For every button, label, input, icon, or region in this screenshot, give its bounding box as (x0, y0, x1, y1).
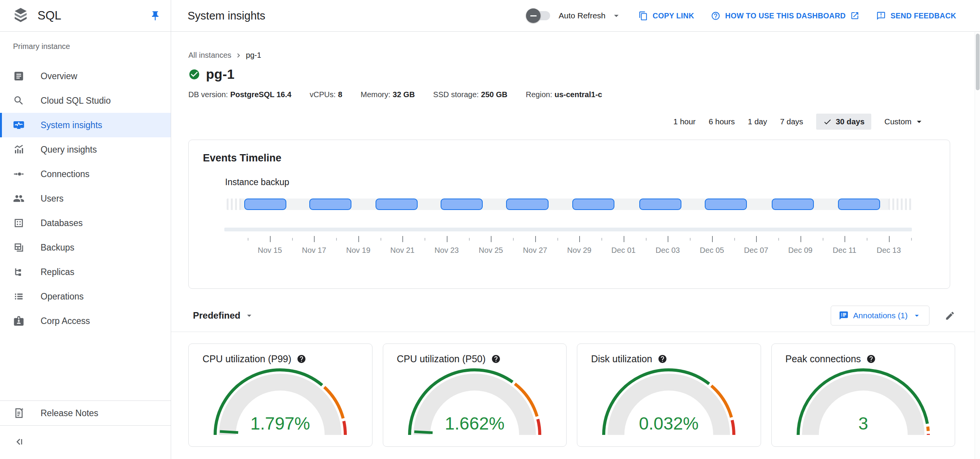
instance-detail: Region:us-central1-c (526, 90, 602, 99)
axis-tick (800, 236, 801, 242)
sidebar-item-users[interactable]: Users (0, 186, 171, 211)
operations-icon (13, 291, 24, 302)
sidebar-item-query-insights[interactable]: Query insights (0, 137, 171, 162)
collapse-sidebar-button[interactable] (0, 425, 171, 459)
time-range-option-6-hours[interactable]: 6 hours (709, 117, 735, 126)
backup-event-pill[interactable] (838, 199, 880, 210)
breadcrumb-all-instances[interactable]: All instances (188, 51, 231, 60)
sidebar-nav: OverviewCloud SQL StudioSystem insightsQ… (0, 64, 171, 333)
open-in-new-icon (850, 11, 859, 20)
sidebar-item-label: Backups (41, 243, 74, 253)
feedback-icon (876, 11, 886, 21)
backup-event-pill[interactable] (441, 199, 483, 210)
sidebar-item-release-notes[interactable]: Release Notes (0, 401, 171, 425)
gauge-title-row: Peak connections (772, 353, 955, 365)
axis-date-label: Nov 23 (434, 246, 459, 255)
events-series-label: Instance backup (225, 177, 950, 187)
detail-value: us-central1-c (554, 90, 602, 99)
help-icon[interactable] (491, 354, 501, 364)
time-range-option-30-days[interactable]: 30 days (816, 114, 871, 130)
axis-tick (867, 238, 867, 241)
backup-event-pill[interactable] (639, 199, 681, 210)
sidebar-header: SQL (0, 0, 171, 32)
events-timeline-title: Events Timeline (203, 151, 950, 164)
sidebar-item-corp-access[interactable]: Corp Access (0, 309, 171, 333)
instance-detail: vCPUs:8 (310, 90, 342, 99)
sidebar-item-databases[interactable]: Databases (0, 211, 171, 235)
timeline-range-bar[interactable] (224, 228, 912, 231)
help-icon[interactable] (658, 354, 667, 364)
sidebar-item-overview[interactable]: Overview (0, 64, 171, 88)
detail-value: PostgreSQL 16.4 (230, 90, 291, 99)
predefined-dropdown[interactable]: Predefined (193, 310, 254, 321)
gauge-title: CPU utilization (P50) (397, 353, 486, 365)
axis-date-label: Dec 01 (611, 246, 635, 255)
cloud-sql-logo-icon (12, 7, 29, 25)
gauge-value: 1.662% (445, 413, 505, 433)
annotations-icon (839, 311, 849, 321)
send-feedback-button[interactable]: SEND FEEDBACK (876, 11, 956, 21)
toggle-knob-icon (526, 8, 541, 23)
backup-event-pill[interactable] (309, 199, 351, 210)
gauge-chart: 0.032% (601, 367, 737, 438)
gauge-title-row: CPU utilization (P99) (189, 353, 372, 365)
annotations-button[interactable]: Annotations (1) (831, 306, 929, 326)
monitor-icon (13, 119, 24, 131)
help-icon[interactable] (297, 354, 306, 364)
backup-event-pill[interactable] (506, 199, 549, 210)
backup-event-pill[interactable] (376, 199, 418, 210)
axis-tick (756, 236, 757, 242)
axis-tick (513, 238, 514, 241)
backup-event-pill[interactable] (244, 199, 286, 210)
sidebar-item-operations[interactable]: Operations (0, 284, 171, 309)
backup-event-pill[interactable] (705, 199, 747, 210)
breadcrumb-current: pg-1 (246, 51, 261, 60)
sidebar-item-system-insights[interactable]: System insights (0, 113, 171, 137)
backup-event-pill[interactable] (572, 199, 614, 210)
axis-tick (491, 236, 492, 242)
axis-tick (381, 238, 381, 241)
detail-label: DB version: (188, 90, 228, 99)
axis-date-label: Dec 13 (877, 246, 901, 255)
sidebar: SQL Primary instance OverviewCloud SQL S… (0, 0, 171, 459)
instance-detail: DB version:PostgreSQL 16.4 (188, 90, 291, 99)
axis-tick (402, 236, 403, 242)
gauge-title: Disk utilization (591, 353, 652, 365)
sidebar-item-label: Cloud SQL Studio (41, 96, 111, 106)
sidebar-item-label: System insights (41, 120, 102, 130)
sidebar-item-cloud-sql-studio[interactable]: Cloud SQL Studio (0, 88, 171, 113)
backup-event-pill[interactable] (772, 199, 814, 210)
scrollbar-thumb[interactable] (976, 34, 980, 90)
axis-date-label: Nov 25 (479, 246, 503, 255)
chevron-right-icon (234, 51, 243, 60)
time-range-option-7-days[interactable]: 7 days (780, 117, 803, 126)
auto-refresh-toggle[interactable] (528, 11, 550, 20)
how-to-use-dashboard-button[interactable]: HOW TO USE THIS DASHBOARD (711, 11, 859, 21)
help-icon[interactable] (866, 354, 876, 364)
no-data-hatch-left (227, 199, 243, 210)
chevron-down-icon (611, 10, 622, 21)
sidebar-item-backups[interactable]: Backups (0, 235, 171, 260)
pin-icon[interactable] (149, 9, 162, 22)
sidebar-item-label: Replicas (41, 267, 74, 277)
auto-refresh-control[interactable]: Auto Refresh (528, 10, 622, 21)
axis-date-label: Nov 29 (567, 246, 591, 255)
timeline-axis-ticks (227, 235, 912, 243)
predefined-label: Predefined (193, 310, 240, 321)
time-range-option-custom[interactable]: Custom (884, 116, 924, 127)
edit-dashboard-button[interactable] (945, 311, 955, 321)
sidebar-item-connections[interactable]: Connections (0, 162, 171, 186)
time-range-option-1-hour[interactable]: 1 hour (673, 117, 696, 126)
detail-label: SSD storage: (433, 90, 479, 99)
gauge-cards-row: CPU utilization (P99)1.797%CPU utilizati… (188, 343, 955, 447)
sidebar-item-label: Connections (41, 169, 90, 179)
check-icon (823, 117, 832, 126)
gauge-title-row: Disk utilization (577, 353, 761, 365)
sidebar-item-label: Corp Access (41, 316, 90, 326)
time-range-option-1-day[interactable]: 1 day (748, 117, 767, 126)
page-scrollbar[interactable] (975, 32, 980, 459)
sidebar-item-label: Databases (41, 218, 83, 228)
collapse-icon (14, 436, 24, 449)
sidebar-item-replicas[interactable]: Replicas (0, 260, 171, 284)
copy-link-button[interactable]: COPY LINK (639, 11, 694, 21)
